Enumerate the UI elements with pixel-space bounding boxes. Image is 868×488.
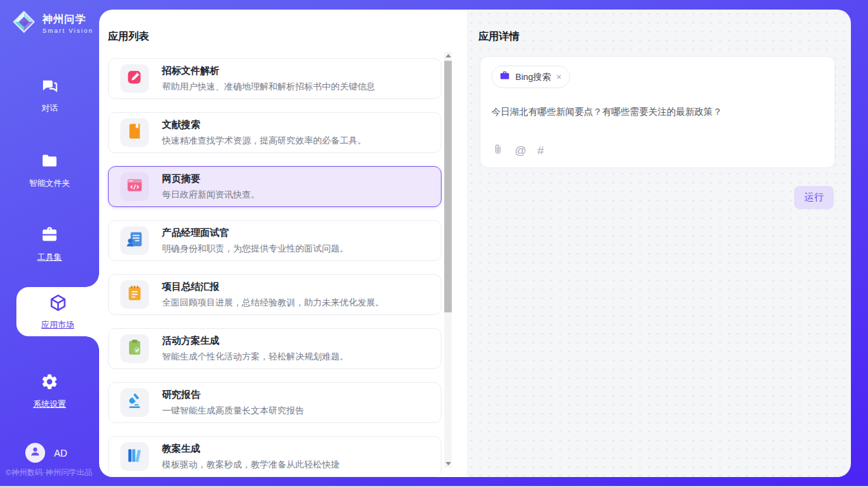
app-card-description: 全面回顾项目进展，总结经验教训，助力未来优化发展。: [162, 297, 384, 309]
toolbox-icon: [40, 226, 59, 247]
app-card-description: 快速精准查找学术资源，提高研究效率的必备工具。: [162, 135, 366, 147]
icon-box: [120, 334, 149, 363]
app-card-description: 明确身份和职责，为您提供专业性的面试问题。: [162, 243, 349, 255]
sidebar-item-label: 工具集: [38, 252, 62, 263]
app-card-research-report[interactable]: 研究报告 一键智能生成高质量长文本研究报告: [108, 382, 442, 423]
scrollbar-thumb[interactable]: [444, 61, 452, 312]
sidebar-item-label: 智能文件夹: [29, 178, 70, 189]
books-icon: [126, 446, 144, 467]
clipboard-check-icon: [126, 338, 144, 359]
cube-icon: [49, 293, 68, 315]
icon-box: [120, 118, 149, 147]
copyright-text: ©神州数码·神州问学出品: [5, 467, 92, 478]
sidebar-item-app-market[interactable]: 应用市场: [16, 287, 99, 336]
icon-box: [120, 64, 149, 93]
tool-chip-bing-search[interactable]: Bing搜索 ×: [491, 66, 570, 88]
browser-code-icon: [126, 176, 144, 197]
icon-box: [120, 226, 149, 255]
app-card-lesson-plan[interactable]: 教案生成 模板驱动，教案秒成，教学准备从此轻松快捷: [108, 436, 442, 477]
app-list-title: 应用列表: [108, 30, 149, 43]
sidebar: 神州问学 Smart Vision 对话 智能文件夹 工具集: [0, 0, 99, 486]
query-text[interactable]: 今日湖北有哪些新闻要点？有哪些需要关注的最新政策？: [491, 106, 824, 118]
user-profile[interactable]: AD: [25, 443, 67, 463]
logo-title: 神州问学: [42, 13, 94, 26]
app-detail-panel: 应用详情 Bing搜索 × 今日湖北有哪些新闻要点？有哪些需要关注的最新政策？: [467, 10, 851, 477]
tab-curve-bottom: [85, 336, 99, 350]
app-card-description: 一键智能生成高质量长文本研究报告: [162, 405, 304, 417]
sidebar-item-label: 系统设置: [33, 398, 66, 410]
book-icon: [126, 122, 144, 143]
icon-box: [120, 388, 149, 417]
app-card-name: 项目总结汇报: [162, 281, 384, 293]
app-card-name: 网页摘要: [162, 173, 260, 185]
app-card-project-summary[interactable]: 项目总结汇报 全面回顾项目进展，总结经验教训，助力未来优化发展。: [108, 274, 442, 315]
app-card-pm-interviewer[interactable]: 产品经理面试官 明确身份和职责，为您提供专业性的面试问题。: [108, 220, 442, 261]
chat-icon: [40, 77, 59, 98]
notepad-icon: [126, 284, 144, 305]
sidebar-item-label: 应用市场: [42, 319, 74, 331]
tab-curve-top: [85, 273, 99, 287]
close-icon[interactable]: ×: [556, 72, 562, 81]
briefcase-icon: [500, 70, 510, 83]
sidebar-item-toolset[interactable]: 工具集: [0, 226, 99, 263]
paperclip-icon[interactable]: [492, 144, 504, 158]
run-button[interactable]: 运行: [794, 186, 834, 209]
app-logo: 神州问学 Smart Vision: [11, 9, 94, 38]
app-card-web-summary[interactable]: 网页摘要 每日政府新闻资讯快查。: [108, 166, 442, 207]
app-card-event-plan[interactable]: 活动方案生成 智能生成个性化活动方案，轻松解决规划难题。: [108, 328, 442, 369]
icon-box: [120, 172, 149, 201]
app-card-description: 帮助用户快速、准确地理解和解析招标书中的关键信息: [162, 81, 375, 93]
icon-box: [120, 280, 149, 309]
app-card-name: 活动方案生成: [162, 335, 349, 347]
at-icon[interactable]: @: [515, 144, 526, 158]
composer-toolbar: @ #: [492, 144, 544, 158]
logo-subtitle: Smart Vision: [42, 27, 94, 34]
gear-icon: [40, 372, 59, 394]
app-card-name: 产品经理面试官: [162, 227, 349, 239]
app-card-description: 模板驱动，教案秒成，教学准备从此轻松快捷: [162, 459, 340, 471]
main-content: 应用列表 招标文件解析 帮助用户快速、准确地理解和解析招标书中的关键信息: [99, 10, 851, 477]
app-card-name: 招标文件解析: [162, 65, 375, 77]
app-card-bid-parsing[interactable]: 招标文件解析 帮助用户快速、准确地理解和解析招标书中的关键信息: [108, 58, 442, 99]
user-avatar-icon: [29, 446, 41, 460]
app-card-name: 教案生成: [162, 443, 340, 455]
avatar: [25, 443, 45, 463]
app-list-scrollbar[interactable]: [444, 52, 452, 467]
user-initials: AD: [54, 448, 67, 459]
edit-document-icon: [126, 68, 144, 89]
app-list-panel: 应用列表 招标文件解析 帮助用户快速、准确地理解和解析招标书中的关键信息: [99, 10, 467, 477]
icon-box: [120, 442, 149, 471]
app-detail-title: 应用详情: [478, 30, 519, 43]
scroll-down-icon[interactable]: [444, 460, 452, 467]
tool-chip-label: Bing搜索: [515, 71, 551, 83]
sidebar-item-settings[interactable]: 系统设置: [0, 372, 99, 410]
hash-icon[interactable]: #: [537, 144, 543, 158]
sidebar-item-label: 对话: [42, 103, 58, 114]
sidebar-item-smart-folder[interactable]: 智能文件夹: [0, 152, 99, 189]
prompt-card[interactable]: Bing搜索 × 今日湖北有哪些新闻要点？有哪些需要关注的最新政策？ @ #: [480, 56, 835, 168]
interviewer-icon: [126, 230, 144, 251]
microscope-icon: [126, 392, 144, 413]
diamond-logo-icon: [11, 9, 37, 38]
sidebar-item-chat[interactable]: 对话: [0, 77, 99, 114]
folder-icon: [40, 152, 59, 173]
app-card-description: 每日政府新闻资讯快查。: [162, 189, 260, 201]
app-card-literature-search[interactable]: 文献搜索 快速精准查找学术资源，提高研究效率的必备工具。: [108, 112, 442, 153]
app-card-name: 研究报告: [162, 389, 304, 401]
app-card-name: 文献搜索: [162, 119, 366, 131]
app-card-description: 智能生成个性化活动方案，轻松解决规划难题。: [162, 351, 349, 363]
scroll-up-icon[interactable]: [444, 52, 452, 59]
